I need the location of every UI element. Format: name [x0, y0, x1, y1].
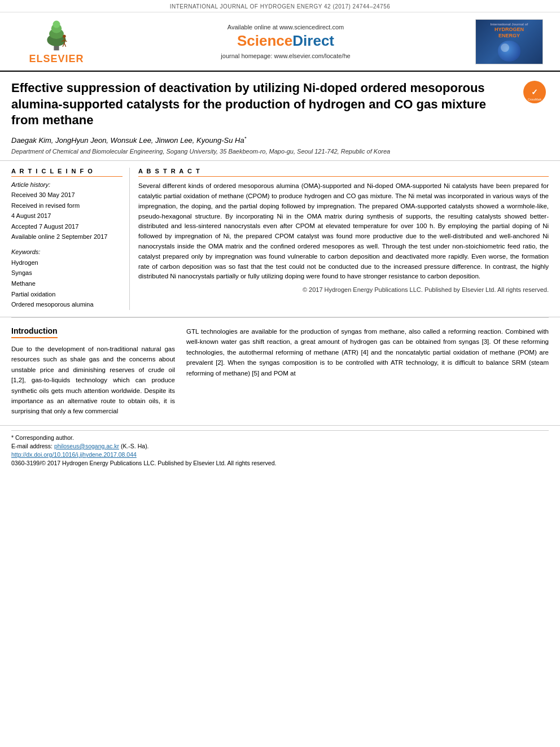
introduction-heading: Introduction	[11, 326, 58, 338]
article-info-panel: A R T I C L E I N F O Article history: R…	[11, 168, 130, 310]
article-title-section: Effective suppression of deactivation by…	[0, 72, 560, 161]
crossmark-container: ✓ CrossMark	[520, 80, 549, 104]
journal-homepage-text: journal homepage: www.elsevier.com/locat…	[102, 53, 470, 59]
journal-cover-title: International Journal of HYDROGENENERGY	[491, 22, 528, 39]
authors-text: Daegak Kim, JongHyun Jeon, Wonsuk Lee, J…	[11, 136, 244, 145]
elsevier-wordmark: ELSEVIER	[29, 53, 84, 65]
crossmark-icon: ✓ CrossMark	[523, 80, 546, 104]
svg-text:CrossMark: CrossMark	[528, 98, 542, 101]
footnote-divider	[11, 430, 549, 431]
received-revised-date: 4 August 2017	[11, 211, 123, 221]
journal-cover-container: International Journal of HYDROGENENERGY	[470, 19, 549, 64]
keyword-syngas: Syngas	[11, 268, 123, 278]
received-revised-label: Received in revised form	[11, 201, 123, 211]
footnotes-section: * Corresponding author. E-mail address: …	[0, 425, 560, 473]
introduction-left-text: Due to the development of non-traditiona…	[11, 344, 175, 417]
article-info-heading: A R T I C L E I N F O	[11, 168, 123, 177]
article-history-label: Article history:	[11, 181, 123, 188]
sciencedirect-logo: ScienceDirect	[102, 32, 470, 50]
received-date: Received 30 May 2017	[11, 190, 123, 200]
corresponding-label: * Corresponding author.	[11, 434, 74, 441]
author-list: Daegak Kim, JongHyun Jeon, Wonsuk Lee, J…	[11, 136, 515, 145]
introduction-right-column: GTL technologies are available for the p…	[186, 326, 549, 417]
article-title: Effective suppression of deactivation by…	[11, 80, 515, 129]
svg-line-9	[64, 43, 66, 46]
keywords-section: Keywords: Hydrogen Syngas Methane Partia…	[11, 248, 123, 310]
keywords-label: Keywords:	[11, 248, 123, 255]
introduction-left-column: Introduction Due to the development of n…	[11, 326, 175, 417]
affiliation-text: Department of Chemical and Biomolecular …	[11, 148, 515, 155]
abstract-panel: A B S T R A C T Several different kinds …	[138, 168, 549, 310]
email-link[interactable]: philoseus@sogang.ac.kr	[54, 443, 119, 449]
svg-point-4	[53, 21, 60, 28]
journal-citation: INTERNATIONAL JOURNAL OF HYDROGEN ENERGY…	[170, 3, 391, 10]
available-online-date: Available online 2 September 2017	[11, 232, 123, 242]
doi-link[interactable]: http://dx.doi.org/10.1016/j.ijhydene.201…	[11, 451, 137, 458]
keyword-partial-oxidation: Partial oxidation	[11, 289, 123, 300]
keyword-methane: Methane	[11, 278, 123, 289]
journal-cover-graphic	[498, 41, 520, 61]
doi-line: http://dx.doi.org/10.1016/j.ijhydene.201…	[11, 451, 549, 458]
email-label: E-mail address:	[11, 443, 53, 449]
available-online-text: Available online at www.sciencedirect.co…	[102, 24, 470, 30]
svg-point-5	[63, 35, 66, 38]
article-info-abstract-section: A R T I C L E I N F O Article history: R…	[0, 161, 560, 317]
keyword-oma: Ordered mesoporous alumina	[11, 299, 123, 310]
issn-line: 0360-3199/© 2017 Hydrogen Energy Publica…	[11, 460, 549, 466]
journal-header: ELSEVIER Available online at www.science…	[0, 12, 560, 72]
journal-cover-image: International Journal of HYDROGENENERGY	[475, 19, 543, 64]
corresponding-author-note: * Corresponding author.	[11, 434, 549, 441]
article-title-block: Effective suppression of deactivation by…	[11, 80, 515, 155]
introduction-section: Introduction Due to the development of n…	[0, 318, 560, 425]
corresponding-marker: *	[244, 136, 247, 141]
issn-text: 0360-3199/© 2017 Hydrogen Energy Publica…	[11, 460, 276, 466]
email-author-name: (K.-S. Ha).	[121, 443, 149, 449]
abstract-body: Several different kinds of ordered mesop…	[138, 181, 549, 282]
elsevier-tree-icon	[34, 18, 79, 52]
header-center: Available online at www.sciencedirect.co…	[102, 24, 470, 59]
elsevier-logo-container: ELSEVIER	[11, 18, 102, 65]
introduction-right-text: GTL technologies are available for the p…	[186, 326, 549, 378]
journal-info-bar: INTERNATIONAL JOURNAL OF HYDROGEN ENERGY…	[0, 0, 560, 12]
keyword-hydrogen: Hydrogen	[11, 257, 123, 268]
email-footnote: E-mail address: philoseus@sogang.ac.kr (…	[11, 443, 549, 449]
elsevier-logo: ELSEVIER	[29, 18, 84, 65]
svg-text:✓: ✓	[531, 88, 538, 97]
abstract-heading: A B S T R A C T	[138, 168, 549, 177]
accepted-date: Accepted 7 August 2017	[11, 222, 123, 231]
copyright-text: © 2017 Hydrogen Energy Publications LLC.…	[138, 286, 549, 293]
